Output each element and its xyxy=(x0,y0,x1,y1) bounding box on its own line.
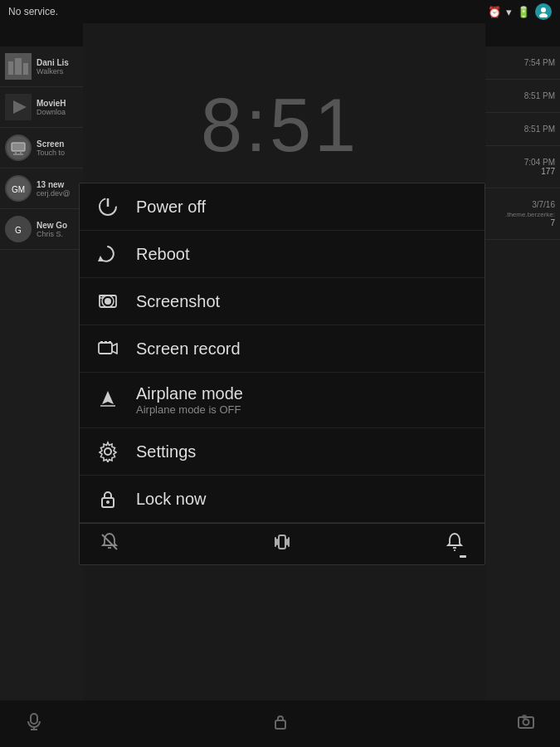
reboot-text: Reboot xyxy=(136,245,190,264)
svg-point-21 xyxy=(105,298,111,305)
notif-time-5: 3/7/16.theme.berzerke:7 xyxy=(485,188,560,240)
menu-item-airplane[interactable]: Airplane mode Airplane mode is OFF xyxy=(80,373,485,428)
svg-rect-42 xyxy=(31,714,37,724)
notif-avatar-dani xyxy=(5,53,32,80)
notif-item-movie[interactable]: MovieH Downloa xyxy=(0,87,83,128)
signal-icon: ▾ xyxy=(506,6,512,18)
reboot-icon xyxy=(96,242,119,266)
notif-title-screen: Screen xyxy=(37,139,78,149)
notif-subtitle-newgo: Chris S. xyxy=(37,230,78,238)
mute-icon[interactable] xyxy=(100,532,119,556)
notif-title-dani: Dani Lis xyxy=(37,58,78,67)
settings-label: Settings xyxy=(136,442,196,461)
notif-text-movie: MovieH Downloa xyxy=(37,99,78,116)
notification-panel-left: Dani Lis Walkers MovieH Downloa Screen T… xyxy=(0,23,83,747)
notif-text-newgo: New Go Chris S. xyxy=(37,221,78,238)
lock-nav-icon[interactable] xyxy=(271,712,290,735)
notif-text-screen: Screen Touch to xyxy=(37,139,78,157)
svg-point-30 xyxy=(105,448,111,455)
notif-avatar-13new: GM xyxy=(5,175,32,202)
svg-rect-27 xyxy=(105,341,107,344)
svg-rect-26 xyxy=(100,341,103,344)
notification-panel-right: 7:54 PM 8:51 PM 8:51 PM 7:04 PM177 3/7/1… xyxy=(485,23,560,747)
user-avatar[interactable] xyxy=(535,3,552,20)
notif-item-13new[interactable]: GM 13 new cerj.dev@ xyxy=(0,168,83,209)
lock-now-label: Lock now xyxy=(136,490,207,509)
notif-subtitle-13new: cerj.dev@ xyxy=(37,189,78,198)
status-text: No service. xyxy=(8,6,58,17)
status-bar: No service. ⏰ ▾ 🔋 xyxy=(0,0,560,23)
notif-time-2: 8:51 PM xyxy=(485,80,560,113)
alarm-icon: ⏰ xyxy=(488,6,501,18)
screen-record-icon xyxy=(96,337,119,360)
screen-record-text: Screen record xyxy=(136,339,241,359)
screenshot-icon xyxy=(96,290,119,313)
notif-avatar-screen xyxy=(5,134,32,161)
svg-point-0 xyxy=(541,7,546,12)
menu-bottom-bar xyxy=(80,523,485,564)
svg-marker-25 xyxy=(112,344,117,354)
power-menu: Power off Reboot Screenshot xyxy=(79,183,485,565)
svg-rect-45 xyxy=(275,720,285,729)
svg-rect-9 xyxy=(12,143,25,151)
battery-icon: 🔋 xyxy=(517,6,530,18)
svg-rect-5 xyxy=(23,63,28,75)
camera-nav-icon[interactable] xyxy=(517,712,535,735)
status-icons: ⏰ ▾ 🔋 xyxy=(488,3,552,20)
menu-item-settings[interactable]: Settings xyxy=(80,428,485,476)
notif-avatar-movie xyxy=(5,94,32,120)
settings-icon xyxy=(96,440,119,463)
notif-time-4: 7:04 PM177 xyxy=(485,146,560,188)
airplane-text: Airplane mode Airplane mode is OFF xyxy=(136,384,243,416)
svg-rect-24 xyxy=(99,343,112,354)
menu-item-power-off[interactable]: Power off xyxy=(80,183,485,231)
notif-text-dani: Dani Lis Walkers xyxy=(37,58,78,76)
reboot-label: Reboot xyxy=(136,245,190,264)
svg-rect-35 xyxy=(279,535,285,549)
screenshot-label: Screenshot xyxy=(136,292,220,311)
notif-text-13new: 13 new cerj.dev@ xyxy=(37,180,78,198)
notif-title-movie: MovieH xyxy=(37,99,78,108)
svg-rect-28 xyxy=(109,341,111,344)
notif-time-3: 8:51 PM xyxy=(485,113,560,146)
notif-avatar-newgo: G xyxy=(5,216,32,242)
svg-text:G: G xyxy=(15,226,22,235)
menu-item-lock-now[interactable]: Lock now xyxy=(80,476,485,523)
notif-time-1: 7:54 PM xyxy=(485,46,560,80)
microphone-icon[interactable] xyxy=(25,712,43,735)
power-off-icon xyxy=(96,195,119,218)
notif-subtitle-movie: Downloa xyxy=(37,108,78,116)
notif-item-dani[interactable]: Dani Lis Walkers xyxy=(0,46,83,87)
power-off-label: Power off xyxy=(136,198,206,217)
notif-item-newgo[interactable]: G New Go Chris S. xyxy=(0,209,83,250)
power-off-text: Power off xyxy=(136,198,206,217)
vibrate-icon[interactable] xyxy=(272,532,292,556)
airplane-label: Airplane mode xyxy=(136,384,243,403)
svg-point-47 xyxy=(523,720,529,725)
svg-rect-3 xyxy=(8,61,13,75)
notif-subtitle-dani: Walkers xyxy=(37,67,78,76)
lock-now-text: Lock now xyxy=(136,490,207,509)
menu-item-screenshot[interactable]: Screenshot xyxy=(80,278,485,325)
airplane-sublabel: Airplane mode is OFF xyxy=(136,403,243,416)
clock-display: 8:51 xyxy=(0,83,560,168)
bottom-nav-bar xyxy=(0,701,560,747)
menu-item-reboot[interactable]: Reboot xyxy=(80,231,485,278)
svg-point-32 xyxy=(106,500,110,504)
notif-subtitle-screen: Touch to xyxy=(37,149,78,157)
svg-point-1 xyxy=(539,13,548,17)
svg-rect-4 xyxy=(15,58,22,75)
notif-title-13new: 13 new xyxy=(37,180,78,189)
settings-text: Settings xyxy=(136,442,196,461)
clock-time: 8:51 xyxy=(0,83,560,168)
notif-title-newgo: New Go xyxy=(37,221,78,230)
lock-icon xyxy=(96,487,119,510)
notification-bell-icon[interactable] xyxy=(445,532,465,556)
notif-item-screen[interactable]: Screen Touch to xyxy=(0,128,83,168)
screen-record-label: Screen record xyxy=(136,339,241,359)
airplane-mode-icon xyxy=(96,388,119,412)
svg-marker-19 xyxy=(98,256,104,261)
menu-item-screen-record[interactable]: Screen record xyxy=(80,325,485,373)
svg-rect-23 xyxy=(100,295,103,298)
svg-text:GM: GM xyxy=(12,185,25,194)
